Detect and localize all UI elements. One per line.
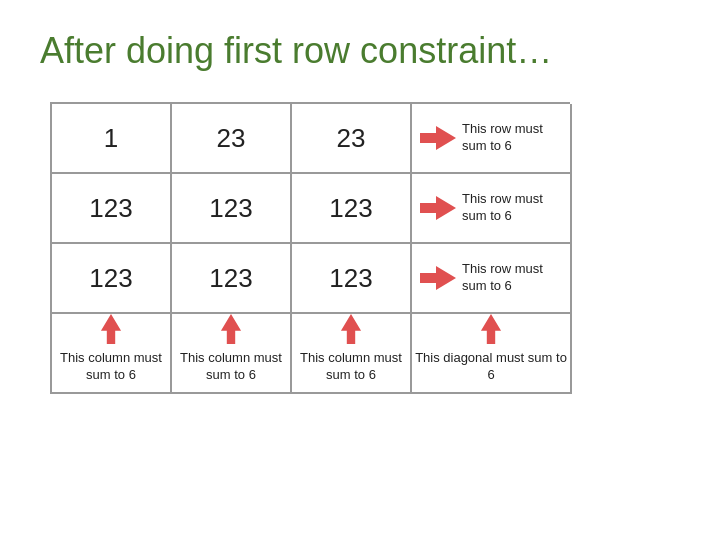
cell-r1-c3: 23: [292, 104, 412, 174]
cell-r3-c2: 123: [172, 244, 292, 314]
cell-r2-c1: 123: [52, 174, 172, 244]
svg-marker-4: [221, 314, 241, 344]
constraint-grid: 1 23 23 This row must sum to 6 123 123 1…: [50, 102, 570, 394]
cell-r3-c1: 123: [52, 244, 172, 314]
page-title: After doing first row constraint…: [40, 30, 680, 72]
row2-hint: This row must sum to 6: [412, 174, 572, 244]
svg-marker-6: [481, 314, 501, 344]
row2-arrow-icon: [420, 190, 456, 226]
cell-r2-c3: 123: [292, 174, 412, 244]
cell-r3-c3: 123: [292, 244, 412, 314]
col1-hint: This column must sum to 6: [52, 314, 172, 394]
diagonal-hint: This diagonal must sum to 6: [412, 314, 572, 394]
row3-arrow-icon: [420, 260, 456, 296]
row1-hint: This row must sum to 6: [412, 104, 572, 174]
row1-arrow-icon: [420, 120, 456, 156]
svg-marker-1: [420, 196, 456, 220]
svg-marker-5: [341, 314, 361, 344]
row3-hint: This row must sum to 6: [412, 244, 572, 314]
svg-marker-3: [101, 314, 121, 344]
cell-r1-c2: 23: [172, 104, 292, 174]
svg-marker-0: [420, 126, 456, 150]
cell-r1-c1: 1: [52, 104, 172, 174]
col2-hint: This column must sum to 6: [172, 314, 292, 394]
diagonal-arrow-icon: [473, 314, 509, 344]
col3-hint: This column must sum to 6: [292, 314, 412, 394]
col2-arrow-icon: [213, 314, 249, 344]
col3-arrow-icon: [333, 314, 369, 344]
cell-r2-c2: 123: [172, 174, 292, 244]
col1-arrow-icon: [93, 314, 129, 344]
page: After doing first row constraint… 1 23 2…: [0, 0, 720, 540]
svg-marker-2: [420, 266, 456, 290]
